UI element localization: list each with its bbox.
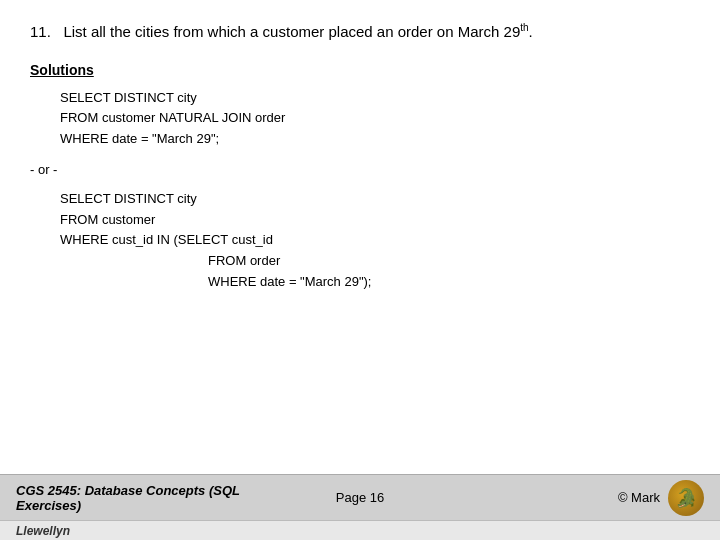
solution2-line3: WHERE cust_id IN (SELECT cust_id <box>60 230 690 251</box>
solution1-line1: SELECT DISTINCT city <box>60 88 690 109</box>
solution1-line3: WHERE date = "March 29"; <box>60 129 690 150</box>
solutions-label: Solutions <box>30 62 690 78</box>
footer-center: Page 16 <box>245 490 474 505</box>
solution2-line1: SELECT DISTINCT city <box>60 189 690 210</box>
solution1-line2: FROM customer NATURAL JOIN order <box>60 108 690 129</box>
slide: 11. List all the cities from which a cus… <box>0 0 720 540</box>
footer: CGS 2545: Database Concepts (SQL Exercis… <box>0 474 720 520</box>
logo-icon: 🐊 <box>668 480 704 516</box>
question-number: 11. <box>30 23 51 40</box>
question: 11. List all the cities from which a cus… <box>30 20 690 44</box>
solution2-line2: FROM customer <box>60 210 690 231</box>
solution2-line4: FROM order <box>208 251 690 272</box>
footer-left: CGS 2545: Database Concepts (SQL Exercis… <box>16 483 245 513</box>
footer-below: Llewellyn <box>0 520 720 540</box>
footer-below-text: Llewellyn <box>16 524 70 538</box>
main-content: 11. List all the cities from which a cus… <box>0 0 720 474</box>
superscript: th <box>520 22 528 33</box>
solution2-line5: WHERE date = "March 29"); <box>208 272 690 293</box>
or-separator: - or - <box>30 162 690 177</box>
question-text: List all the cities from which a custome… <box>63 23 532 40</box>
solution-2-block: SELECT DISTINCT city FROM customer WHERE… <box>60 189 690 293</box>
footer-copyright: © Mark <box>618 490 660 505</box>
footer-right: © Mark 🐊 <box>475 480 704 516</box>
solution-1-block: SELECT DISTINCT city FROM customer NATUR… <box>60 88 690 150</box>
